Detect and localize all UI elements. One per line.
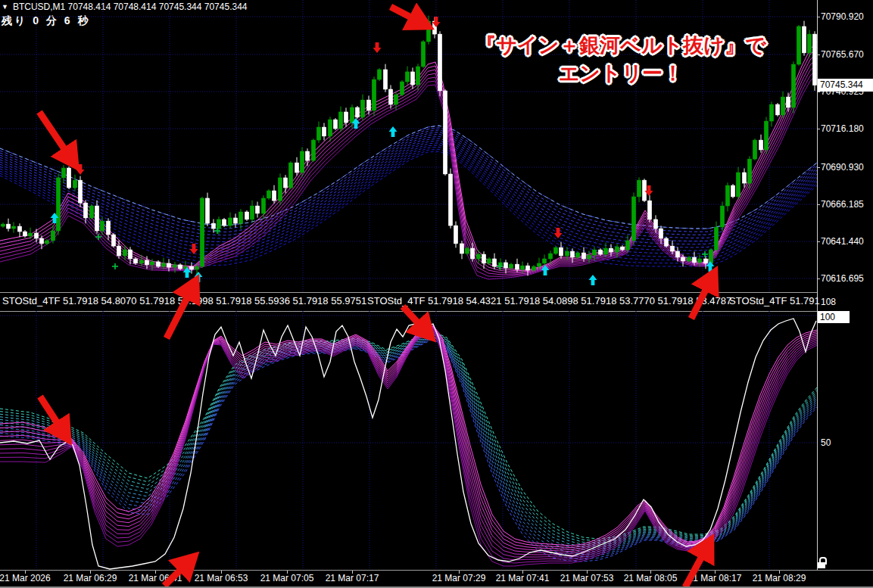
sell-signal-arrow-icon [373, 42, 382, 53]
entry-annotation: 『サイン＋銀河ベルト抜け』で エントリー！ [469, 32, 772, 88]
entry-annotation-line2: エントリー！ [469, 60, 772, 88]
buy-signal-arrow-icon [589, 275, 597, 285]
entry-annotation-line1: 『サイン＋銀河ベルト抜け』で [469, 32, 772, 60]
stoch-ribbon-magenta [0, 325, 817, 566]
current-price-box: 70745.344 [818, 79, 873, 92]
ma-ribbon-blue [0, 126, 817, 266]
entry-pointer-arrow [167, 280, 196, 338]
sell-signal-arrow-icon [554, 228, 563, 238]
mt4-chart-window: ▼BTCUSD,M1 70748.414 70748.414 70745.344… [0, 0, 873, 588]
stoch-ribbon-cyan [0, 331, 817, 562]
entry-pointer-arrow [39, 112, 76, 166]
stoch-main-line [0, 319, 816, 569]
annotation-arrows-layer [39, 7, 715, 587]
sell-signal-arrow-icon [76, 164, 85, 175]
lock-body [818, 562, 825, 568]
entry-pointer-arrow [164, 556, 195, 586]
buy-signal-arrow-icon [389, 126, 398, 137]
scale-lock-icon[interactable] [818, 557, 827, 569]
entry-pointer-arrow [403, 306, 432, 338]
stoch-level-100-box: 100 [818, 311, 850, 323]
chart-canvas[interactable] [0, 0, 873, 588]
